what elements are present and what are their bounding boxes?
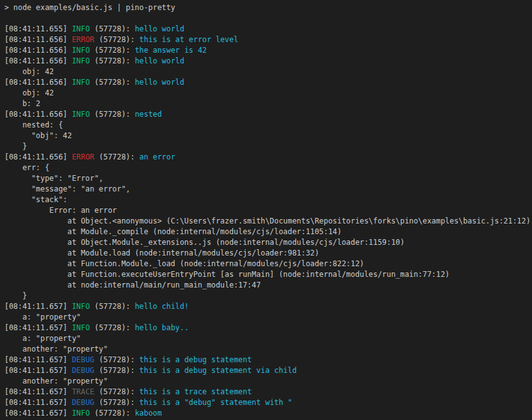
log-timestamp: [08:41:11.657] bbox=[4, 409, 67, 417]
detail-line: at Object.<anonymous> (C:\Users\frazer.s… bbox=[4, 216, 532, 227]
log-timestamp: [08:41:11.656] bbox=[4, 35, 67, 44]
detail-line: "stack": bbox=[4, 195, 532, 205]
log-timestamp: [08:41:11.656] bbox=[4, 153, 67, 161]
log-timestamp: [08:41:11.657] bbox=[4, 366, 67, 375]
log-line: [08:41:11.656] INFO (57728): hello world bbox=[4, 77, 532, 88]
detail-line: at node:internal/main/run_main_module:17… bbox=[4, 280, 532, 291]
log-pid: (57728): bbox=[94, 323, 130, 332]
log-timestamp: [08:41:11.656] bbox=[4, 46, 67, 55]
log-line: [08:41:11.657] INFO (57728): hello child… bbox=[4, 301, 532, 312]
log-pid: (57728): bbox=[99, 355, 134, 364]
detail-line: another: "property" bbox=[4, 376, 532, 387]
log-pid: (57728): bbox=[99, 153, 134, 161]
detail-line: obj: 42 bbox=[4, 88, 532, 99]
detail-line: at Module._compile (node:internal/module… bbox=[4, 227, 532, 237]
log-line: [08:41:11.656] ERROR (57728): this is at… bbox=[4, 35, 532, 45]
log-pid: (57728): bbox=[99, 366, 134, 375]
log-level: DEBUG bbox=[72, 355, 94, 364]
log-pid: (57728): bbox=[94, 46, 130, 55]
log-pid: (57728): bbox=[94, 78, 130, 87]
command-line: > node examples/basic.js | pino-pretty bbox=[4, 3, 532, 13]
log-message: nested bbox=[135, 110, 162, 119]
detail-line: at Function.Module._load (node:internal/… bbox=[4, 259, 532, 269]
detail-line: "message": "an error", bbox=[4, 184, 532, 195]
log-message: this is a debug statement via child bbox=[139, 366, 297, 375]
detail-line: a: "property" bbox=[4, 312, 532, 323]
detail-line: "type": "Error", bbox=[4, 173, 532, 184]
log-timestamp: [08:41:11.657] bbox=[4, 398, 67, 407]
terminal-output: > node examples/basic.js | pino-pretty[0… bbox=[4, 3, 532, 419]
log-message: the answer is 42 bbox=[135, 46, 207, 55]
log-level: ERROR bbox=[72, 35, 94, 44]
log-message: hello world bbox=[135, 24, 185, 33]
log-line: [08:41:11.656] INFO (57728): nested bbox=[4, 109, 532, 120]
log-level: INFO bbox=[72, 24, 90, 33]
log-message: this is a trace statement bbox=[139, 387, 252, 396]
detail-line: err: { bbox=[4, 163, 532, 173]
log-level: INFO bbox=[72, 110, 90, 119]
log-level: ERROR bbox=[72, 153, 94, 161]
log-message: this is at error level bbox=[139, 35, 239, 44]
detail-line: another: "property" bbox=[4, 344, 532, 355]
terminal-window: > node examples/basic.js | pino-pretty[0… bbox=[0, 0, 532, 420]
log-timestamp: [08:41:11.655] bbox=[4, 24, 67, 33]
log-line: [08:41:11.655] INFO (57728): hello world bbox=[4, 24, 532, 35]
log-line: [08:41:11.657] INFO (57728): hello baby.… bbox=[4, 323, 532, 333]
log-line: [08:41:11.657] INFO (57728): kaboom bbox=[4, 408, 532, 419]
log-message: hello baby.. bbox=[135, 323, 189, 332]
log-pid: (57728): bbox=[94, 302, 130, 311]
log-message: an error bbox=[139, 153, 175, 161]
log-pid: (57728): bbox=[94, 24, 130, 33]
log-line: [08:41:11.657] DEBUG (57728): this is a … bbox=[4, 365, 532, 376]
detail-line: b: 2 bbox=[4, 99, 532, 109]
log-level: INFO bbox=[72, 409, 90, 417]
log-line: [08:41:11.656] INFO (57728): the answer … bbox=[4, 45, 532, 56]
log-timestamp: [08:41:11.656] bbox=[4, 110, 67, 119]
log-pid: (57728): bbox=[94, 57, 130, 65]
log-pid: (57728): bbox=[94, 409, 130, 417]
log-message: this is a "debug" statement with " bbox=[139, 398, 292, 407]
log-level: INFO bbox=[72, 323, 90, 332]
detail-line: at Module.load (node:internal/modules/cj… bbox=[4, 248, 532, 259]
log-message: kaboom bbox=[135, 409, 162, 417]
log-message: this is a debug statement bbox=[139, 355, 252, 364]
log-level: DEBUG bbox=[72, 398, 94, 407]
log-timestamp: [08:41:11.657] bbox=[4, 387, 67, 396]
detail-line: Error: an error bbox=[4, 205, 532, 216]
log-timestamp: [08:41:11.657] bbox=[4, 355, 67, 364]
log-level: INFO bbox=[72, 302, 90, 311]
detail-line: a: "property" bbox=[4, 333, 532, 344]
log-message: hello world bbox=[135, 78, 185, 87]
log-level: INFO bbox=[72, 57, 90, 65]
log-level: TRACE bbox=[72, 387, 94, 396]
log-message: hello child! bbox=[135, 302, 189, 311]
log-level: DEBUG bbox=[72, 366, 94, 375]
detail-line: at Object.Module._extensions..js (node:i… bbox=[4, 237, 532, 248]
detail-line: } bbox=[4, 291, 532, 301]
blank-line bbox=[4, 13, 532, 24]
log-timestamp: [08:41:11.657] bbox=[4, 302, 67, 311]
log-pid: (57728): bbox=[99, 387, 134, 396]
log-message: hello world bbox=[135, 57, 185, 65]
log-line: [08:41:11.656] ERROR (57728): an error bbox=[4, 152, 532, 163]
log-line: [08:41:11.657] DEBUG (57728): this is a … bbox=[4, 397, 532, 408]
log-line: [08:41:11.656] INFO (57728): hello world bbox=[4, 56, 532, 67]
detail-line: "obj": 42 bbox=[4, 131, 532, 141]
detail-line: obj: 42 bbox=[4, 67, 532, 77]
log-level: INFO bbox=[72, 78, 90, 87]
log-pid: (57728): bbox=[99, 398, 134, 407]
detail-line: } bbox=[4, 141, 532, 152]
log-level: INFO bbox=[72, 46, 90, 55]
detail-line: at Function.executeUserEntryPoint [as ru… bbox=[4, 269, 532, 280]
detail-line: nested: { bbox=[4, 120, 532, 131]
log-pid: (57728): bbox=[99, 35, 134, 44]
log-timestamp: [08:41:11.656] bbox=[4, 57, 67, 65]
log-line: [08:41:11.657] TRACE (57728): this is a … bbox=[4, 387, 532, 397]
log-timestamp: [08:41:11.657] bbox=[4, 323, 67, 332]
log-timestamp: [08:41:11.656] bbox=[4, 78, 67, 87]
log-line: [08:41:11.657] DEBUG (57728): this is a … bbox=[4, 355, 532, 365]
log-pid: (57728): bbox=[94, 110, 130, 119]
